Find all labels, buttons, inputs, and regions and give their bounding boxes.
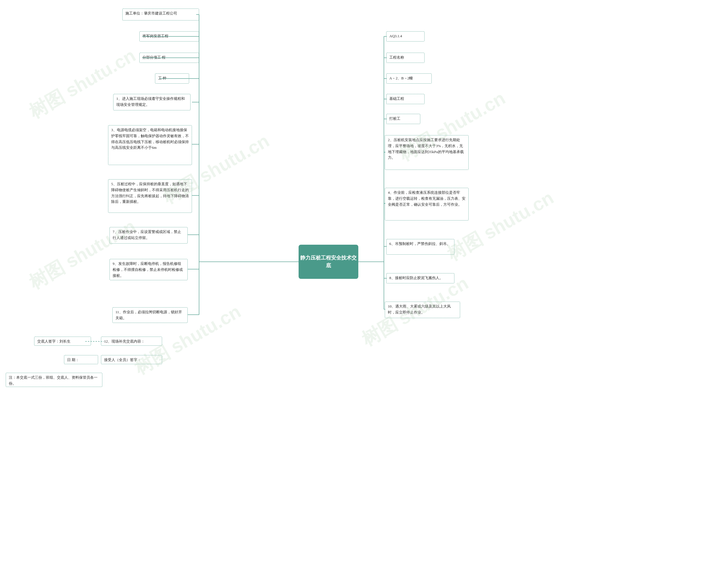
node-item9-text: 9、发生故障时，应断电停机，报告机修组检修，不得擅自检修，禁止未停机时检修或接桩… <box>113 261 183 278</box>
node-riqi-text: 日 期： <box>67 358 79 362</box>
node-jichu: 基础工程 <box>386 94 424 104</box>
node-shigong-danwei-text: 施工单位：肇庆市建设工程公司 <box>125 11 177 15</box>
node-ab: A－2、B－2幢 <box>386 73 432 84</box>
node-item8: 8、接桩时应防止胶泥飞溅伤人。 <box>386 273 454 283</box>
node-fenbu-text: 分部分项工 程 <box>142 55 165 59</box>
node-note: 注：本交底一式三份，班组、交底人、资料保管员各一份。 <box>6 373 102 387</box>
node-riqi: 日 期： <box>64 355 98 364</box>
node-item12: 12、现场补充交底内容： <box>101 336 162 346</box>
node-note-text: 注：本交底一式三份，班组、交底人、资料保管员各一份。 <box>9 375 98 385</box>
node-gongcheng-mingcheng: 工程名称 <box>386 53 424 63</box>
node-item3-text: 3、电源电缆必须架空，电箱和电动机接地接保护零线牢固可靠，触电保护器动作灵敏有效… <box>111 128 189 150</box>
node-dazhuanggong-text: 打桩工 <box>389 117 400 121</box>
node-gongzhong: 工 种 <box>155 73 189 84</box>
node-shigong-danwei: 施工单位：肇庆市建设工程公司 <box>122 8 199 21</box>
watermark-1: 树图 shutu.cn <box>24 43 140 124</box>
node-item4-text: 4、作业前，应检查液压系统连接部位是否牢靠，进行空载运转，检查有无漏油，压力表、… <box>388 191 466 207</box>
central-node-text: 静力压桩工程安全技术交底 <box>298 254 358 270</box>
node-jieshouren: 接受人（全员）签字： <box>101 355 162 364</box>
node-item9: 9、发生故障时，应断电停机，报告机修组检修，不得擅自检修，禁止未停机时检修或接桩… <box>109 259 188 280</box>
node-gongcheng-mingcheng-text: 工程名称 <box>389 55 404 59</box>
node-jieshouren-text: 接受人（全员）签字： <box>104 358 141 362</box>
node-item7: 7、压桩作业中，应设置警戒或区域，禁止行人通过或站立停留。 <box>109 227 188 244</box>
node-item7-text: 7、压桩作业中，应设置警戒或区域，禁止行人通过或站立停留。 <box>113 230 181 240</box>
node-item1-text: 1、进入施工现场必须遵守安全操作规程和现场安全管理规定。 <box>116 97 185 107</box>
node-item10-text: 10、遇大雨、大雾或六级及其以上大风时，应立即停止作业。 <box>388 304 451 314</box>
mind-map: 树图 shutu.cn 树图 shutu.cn 树图 shutu.cn 树图 s… <box>0 0 728 581</box>
node-jiangjungang: 将军岗安居工程 <box>139 31 199 42</box>
connector-lines <box>0 0 728 581</box>
node-gongzhong-text: 工 种 <box>158 76 166 80</box>
node-item6: 6、吊预制桩时，严禁伤斜拉、斜吊。 <box>386 239 454 255</box>
node-item8-text: 8、接桩时应防止胶泥飞溅伤人。 <box>389 276 443 280</box>
node-dazhuanggong: 打桩工 <box>386 114 420 124</box>
node-item4: 4、作业前，应检查液压系统连接部位是否牢靠，进行空载运转，检查有无漏油，压力表、… <box>385 188 469 221</box>
node-item2-text: 2、压桩机安装地点应按施工要求进行先期处理，应平整场地，坡度不大于3%，无积水，… <box>388 138 464 160</box>
node-item10: 10、遇大雨、大雾或六级及其以上大风时，应立即停止作业。 <box>385 302 460 318</box>
node-jiaodi-ren: 交底人签字：刘长生 <box>34 336 91 346</box>
central-node: 静力压桩工程安全技术交底 <box>298 245 358 279</box>
node-jichu-text: 基础工程 <box>389 97 404 101</box>
node-jiangjungang-text: 将军岗安居工程 <box>142 34 168 38</box>
node-aq: AQ3.1.4 <box>386 31 424 42</box>
watermark-3: 树图 shutu.cn <box>24 214 140 295</box>
node-item6-text: 6、吊预制桩时，严禁伤斜拉、斜吊。 <box>389 242 450 246</box>
node-item3: 3、电源电缆必须架空，电箱和电动机接地接保护零线牢固可靠，触电保护器动作灵敏有效… <box>108 125 192 165</box>
node-aq-text: AQ3.1.4 <box>389 34 402 38</box>
node-jiaodi-ren-text: 交底人签字：刘长生 <box>37 339 71 344</box>
node-item5: 5、压桩过程中，应保持桩的垂直度，如遇地下障碍物使桩产生倾斜时，不得采用压桩机行… <box>108 179 192 213</box>
node-ab-text: A－2、B－2幢 <box>389 76 413 80</box>
node-item12-text: 12、现场补充交底内容： <box>104 339 145 344</box>
node-item5-text: 5、压桩过程中，应保持桩的垂直度，如遇地下障碍物使桩产生倾斜时，不得采用压桩机行… <box>111 182 189 204</box>
node-item11: 11、作业后，必须拉闸切断电源，锁好开关箱。 <box>112 307 188 323</box>
node-item11-text: 11、作业后，必须拉闸切断电源，锁好开关箱。 <box>115 310 182 320</box>
node-item1: 1、进入施工现场必须遵守安全操作规程和现场安全管理规定。 <box>113 94 190 110</box>
node-item2: 2、压桩机安装地点应按施工要求进行先期处理，应平整场地，坡度不大于3%，无积水，… <box>385 135 469 170</box>
node-fenbu: 分部分项工 程 <box>139 53 199 63</box>
